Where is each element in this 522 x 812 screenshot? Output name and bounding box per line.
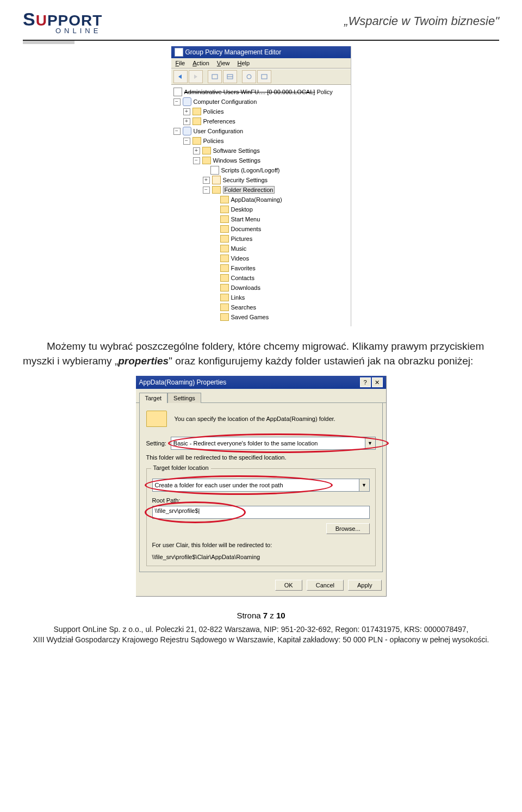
node-savedgames[interactable]: Saved Games xyxy=(231,314,269,320)
body-text-b: " oraz konfigurujemy każdy folder ustawi… xyxy=(169,355,473,367)
group-title: Target folder location xyxy=(151,464,211,471)
body-text-italic: properties xyxy=(118,355,169,367)
svg-rect-0 xyxy=(212,75,217,79)
folder-icon xyxy=(220,264,229,272)
properties-titlebar: AppData(Roaming) Properties ? ✕ xyxy=(136,376,386,389)
folder-icon xyxy=(220,225,229,233)
folder-icon xyxy=(220,294,229,301)
folder-icon xyxy=(192,108,201,115)
close-button[interactable]: ✕ xyxy=(372,377,383,387)
node-scripts[interactable]: Scripts (Logon/Logoff) xyxy=(221,167,280,173)
computer-icon xyxy=(183,97,191,106)
help-button[interactable]: ? xyxy=(360,377,371,387)
header-rule xyxy=(23,40,499,41)
chevron-down-icon[interactable]: ▼ xyxy=(359,479,370,492)
page-number: Strona 7 z 10 xyxy=(23,611,499,620)
node-music[interactable]: Music xyxy=(231,245,247,252)
node-user-policies[interactable]: Policies xyxy=(203,138,224,144)
node-videos[interactable]: Videos xyxy=(231,255,249,262)
page-header: SUPPORT ONLINE „Wsparcie w Twoim biznesi… xyxy=(23,10,499,34)
expander-icon[interactable]: − xyxy=(203,187,210,194)
header-accent xyxy=(23,41,74,44)
root-path-label: Root Path: xyxy=(152,497,370,504)
node-links[interactable]: Links xyxy=(231,294,245,301)
root-path-input[interactable]: \\file_srv\profile$| xyxy=(152,506,370,519)
gp-titlebar: Group Policy Management Editor xyxy=(171,46,351,58)
folder-icon xyxy=(220,196,229,203)
menu-help[interactable]: Help xyxy=(238,60,250,66)
node-appdata[interactable]: AppData(Roaming) xyxy=(231,196,282,203)
node-documents[interactable]: Documents xyxy=(231,226,262,232)
ok-button[interactable]: OK xyxy=(275,580,302,591)
folder-icon xyxy=(220,245,229,252)
node-user-config[interactable]: User Configuration xyxy=(194,128,244,134)
gp-window: Group Policy Management Editor File Acti… xyxy=(171,46,351,326)
toolbar-btn-4[interactable] xyxy=(257,70,271,83)
setting-combo[interactable]: ▼ xyxy=(171,437,376,450)
node-computer-config[interactable]: Computer Configuration xyxy=(194,98,257,105)
folder-icon xyxy=(202,157,211,164)
expander-icon[interactable]: − xyxy=(173,128,181,135)
expander-icon[interactable]: − xyxy=(193,157,200,164)
info-text: You can specify the location of the AppD… xyxy=(175,416,335,422)
chevron-down-icon[interactable]: ▼ xyxy=(365,437,376,450)
tab-body: You can specify the location of the AppD… xyxy=(139,403,383,572)
gp-tree[interactable]: Administrative Users WinFU.... [0 00.000… xyxy=(171,85,351,326)
target-combo[interactable]: ▼ xyxy=(152,479,370,492)
tagline: „Wsparcie w Twoim biznesie" xyxy=(344,14,499,28)
node-startmenu[interactable]: Start Menu xyxy=(231,216,260,222)
expander-icon[interactable]: + xyxy=(203,177,210,184)
folder-icon xyxy=(192,137,201,145)
setting-value[interactable] xyxy=(171,437,365,450)
tab-target[interactable]: Target xyxy=(139,393,168,403)
expander-icon[interactable]: + xyxy=(183,118,190,125)
folder-icon xyxy=(220,313,229,321)
gp-menubar[interactable]: File Action View Help xyxy=(171,58,351,69)
footer-legal-2: XIII Wydział Gospodarczy Krajowego Rejes… xyxy=(23,635,499,645)
expander-icon[interactable]: − xyxy=(183,138,190,145)
menu-view[interactable]: View xyxy=(217,60,230,66)
properties-window: AppData(Roaming) Properties ? ✕ Target S… xyxy=(136,376,387,597)
menu-action[interactable]: Action xyxy=(192,60,209,66)
folder-icon xyxy=(220,303,229,311)
node-windows-settings[interactable]: Windows Settings xyxy=(213,157,260,164)
node-software-settings[interactable]: Software Settings xyxy=(213,147,260,154)
toolbar-btn-2[interactable] xyxy=(223,70,237,83)
svg-point-3 xyxy=(247,75,251,79)
node-security[interactable]: Security Settings xyxy=(223,177,268,183)
node-policies[interactable]: Policies xyxy=(203,108,224,115)
footer: Strona 7 z 10 Support OnLine Sp. z o.o.,… xyxy=(23,611,499,645)
expander-icon[interactable]: − xyxy=(173,98,181,106)
apply-button[interactable]: Apply xyxy=(348,580,382,591)
tab-settings[interactable]: Settings xyxy=(167,393,201,403)
gp-toolbar xyxy=(171,69,351,85)
target-value[interactable] xyxy=(152,479,359,492)
folder-icon xyxy=(220,274,229,282)
node-contacts[interactable]: Contacts xyxy=(231,275,254,281)
expander-icon[interactable]: + xyxy=(193,147,200,154)
gp-title-text: Group Policy Management Editor xyxy=(185,48,282,56)
node-searches[interactable]: Searches xyxy=(231,304,256,311)
scripts-icon xyxy=(210,166,219,175)
node-folder-redirection[interactable]: Folder Redirection xyxy=(223,186,275,194)
folder-icon xyxy=(220,255,229,262)
menu-file[interactable]: File xyxy=(176,60,185,66)
folder-icon xyxy=(202,147,211,154)
footer-legal-1: Support OnLine Sp. z o.o., ul. Poleczki … xyxy=(23,624,499,635)
back-button[interactable] xyxy=(173,70,188,83)
fwd-button[interactable] xyxy=(189,70,203,83)
browse-button[interactable]: Browse... xyxy=(326,523,370,534)
node-pictures[interactable]: Pictures xyxy=(231,235,253,242)
logo: SUPPORT ONLINE xyxy=(23,10,102,34)
body-paragraph: Możemy tu wybrać poszczególne foldery, k… xyxy=(23,339,499,368)
node-preferences[interactable]: Preferences xyxy=(203,118,235,125)
toolbar-btn-3[interactable] xyxy=(242,70,256,83)
for-user-text: For user Clair, this folder will be redi… xyxy=(152,542,370,548)
cancel-button[interactable]: Cancel xyxy=(307,580,344,591)
expander-icon[interactable]: + xyxy=(183,108,190,115)
toolbar-btn-1[interactable] xyxy=(208,70,222,83)
node-desktop[interactable]: Desktop xyxy=(231,206,253,213)
node-downloads[interactable]: Downloads xyxy=(231,284,260,291)
node-favorites[interactable]: Favorites xyxy=(231,265,256,271)
root-policy-suffix: Policy xyxy=(316,89,332,95)
